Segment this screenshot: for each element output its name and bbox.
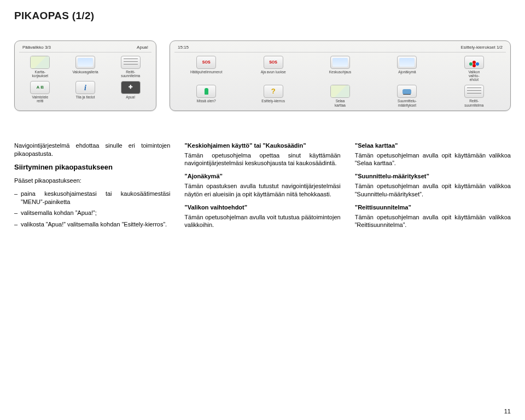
col3-b2-title: ”Suunnittelu-määritykset” (355, 172, 511, 180)
tile-label: Aja avun luokse (261, 70, 286, 74)
tile-reittisuunnitelma[interactable]: Reitti-suunnitelma (109, 56, 151, 78)
tile-label: Valmistelereitti (32, 95, 49, 103)
tile-karttakorjaukset[interactable]: Kartta-korjaukset (19, 56, 61, 78)
tile-label: Keskusohjaus (329, 70, 351, 74)
screen-left-topleft: Päävalikko 3/3 (22, 45, 51, 50)
tile-keskusohjaus[interactable]: Keskusohjaus (308, 56, 372, 81)
col3-b1-body: Tämän opetusohjelman avulla opit käyttäm… (355, 151, 511, 168)
tile-label: Reitti-suunnitelma (121, 70, 140, 78)
tile-label: Valikonvaihto-ehdot (468, 70, 480, 81)
tile-label: Hätäpuhelinnumerot (190, 70, 223, 74)
screen-right-topbar: 15:15 Esittely-kierrokset 1/2 (174, 44, 506, 52)
tile-hatapuhelinnumerot[interactable]: SOSHätäpuhelinnumerot (174, 56, 238, 81)
page-title: PIKAOPAS (1/2) (14, 10, 511, 22)
screen-left-topbar: Päävalikko 3/3 Apua! (19, 44, 151, 52)
text-columns: Navigointijärjestelmä ehdottaa sinulle e… (14, 142, 511, 235)
tile-label: Missä olen? (197, 99, 216, 103)
tile-label: Tila ja tiedot (76, 95, 95, 99)
tile-label: Reitti-suunnitelma (464, 99, 483, 107)
page-number: 11 (504, 408, 511, 415)
tile-missa-olen[interactable]: Missä olen? (174, 85, 238, 107)
tile-aja-avun-luokse[interactable]: SOSAja avun luokse (241, 56, 305, 81)
col-1: Navigointijärjestelmä ehdottaa sinulle e… (14, 142, 170, 235)
tile-valmistele-reitti[interactable]: A BValmistelereitti (19, 81, 61, 103)
tile-reittisuunnitelma2[interactable]: Reitti-suunnitelma (442, 85, 506, 107)
tile-label: Apua! (126, 95, 135, 99)
col1-lead: Pääset pikaopastukseen: (14, 177, 170, 185)
tile-label: Kartta-korjaukset (32, 70, 49, 78)
screen-right-topleft: 15:15 (178, 45, 189, 50)
col2-b2-title: ”Ajonäkymä” (184, 172, 340, 180)
tile-esittely-kierros[interactable]: ?Esittely-kierros (241, 85, 305, 107)
col3-b1-title: ”Selaa karttaa” (355, 142, 511, 150)
col1-item: valikosta ”Apua!” valitsemalla kohdan ”E… (14, 220, 170, 229)
col2-b3-title: ”Valikon vaihtoehdot” (184, 203, 340, 212)
col2-b3-body: Tämän opetusohjelman avulla voit tutustu… (184, 213, 340, 230)
col1-item: valitsemalla kohdan ”Apua!”; (14, 209, 170, 217)
col-2: ”Keskiohjaimen käyttö” tai ”Kaukosäädin”… (184, 142, 340, 235)
col3-b3-body: Tämän opetusohjelman avulla opit käyttäm… (355, 213, 511, 230)
screen-right-topright: Esittely-kierrokset 1/2 (461, 45, 503, 50)
col-3: ”Selaa karttaa” Tämän opetusohjelman avu… (355, 142, 511, 235)
col2-b1-title: ”Keskiohjaimen käyttö” tai ”Kaukosäädin” (184, 142, 340, 150)
col2-b1-body: Tämän opetusohjelma opettaa sinut käyttä… (184, 151, 340, 168)
col1-list: paina keskusohjaimestasi tai kaukosäätim… (14, 190, 170, 229)
col1-heading: Siirtyminen pikaopastukseen (14, 162, 170, 172)
tile-label: Suunnittelu-määritykset (398, 99, 417, 107)
col2-b2-body: Tämän opastuksen avulla tutustut navigoi… (184, 182, 340, 199)
tile-valikon-vaihtoehdot[interactable]: Valikonvaihto-ehdot (442, 56, 506, 81)
tile-tila-ja-tiedot[interactable]: iTila ja tiedot (65, 81, 107, 103)
screen-left-topright: Apua! (137, 45, 148, 50)
col1-item: paina keskusohjaimestasi tai kaukosäätim… (14, 190, 170, 206)
tile-label: Ajonäkymä (398, 70, 416, 74)
col3-b2-body: Tämän opetusohjelman avulla opit käyttäm… (355, 182, 511, 199)
col3-b3-title: ”Reittisuunnitelma” (355, 203, 511, 212)
tile-label: Esittely-kierros (261, 99, 285, 103)
tile-valokuvagalleria[interactable]: Valokuvagalleria (65, 56, 107, 78)
tile-label: Selaakarttaa (335, 99, 346, 107)
screen-right: 15:15 Esittely-kierrokset 1/2 SOSHätäpuh… (170, 40, 511, 111)
tile-selaa-karttaa[interactable]: Selaakarttaa (308, 85, 372, 107)
col1-intro: Navigointijärjestelmä ehdottaa sinulle e… (14, 142, 170, 158)
tile-suunnittelu-maaritykset[interactable]: Suunnittelu-määritykset (375, 85, 439, 107)
screen-left: Päävalikko 3/3 Apua! Kartta-korjaukset V… (14, 40, 156, 111)
tile-ajonakyma[interactable]: Ajonäkymä (375, 56, 439, 81)
device-screens: Päävalikko 3/3 Apua! Kartta-korjaukset V… (14, 40, 511, 111)
tile-label: Valokuvagalleria (72, 70, 98, 74)
tile-apua[interactable]: ✚Apua! (109, 81, 151, 103)
